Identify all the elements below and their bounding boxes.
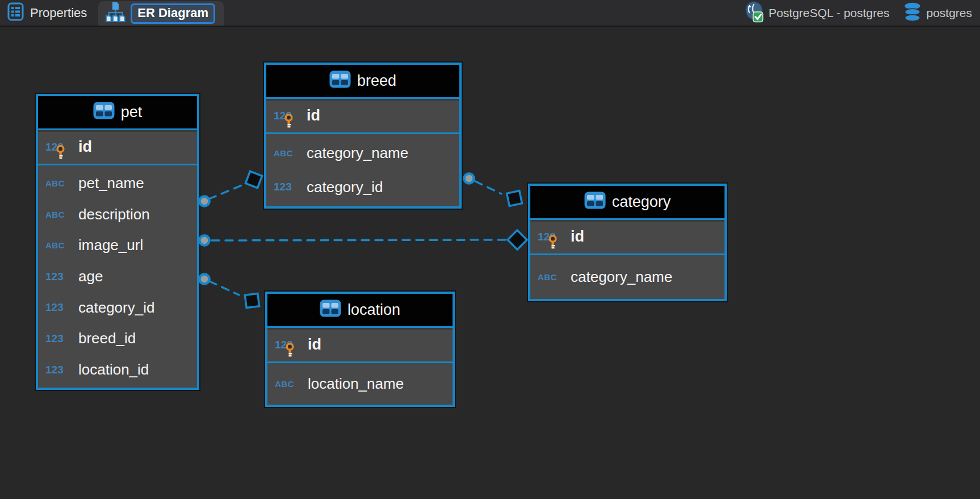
table-icon (329, 70, 351, 92)
column-list: ABC pet_name ABC description ABC image_u… (38, 165, 197, 388)
database-name[interactable]: postgres (926, 6, 972, 20)
table-category-header[interactable]: category (530, 186, 724, 220)
table-name: breed (357, 72, 396, 90)
table-name: location (347, 301, 400, 319)
column-name: image_url (78, 236, 143, 254)
column-row-pk[interactable]: 123 id (530, 220, 724, 255)
table-name: category (612, 193, 671, 211)
primary-key-icon (548, 235, 558, 250)
column-row[interactable]: ABC pet_name (38, 168, 197, 199)
text-type-icon: ABC (275, 379, 301, 389)
table-pet[interactable]: pet 123 id ABC pet_name ABC description … (36, 94, 199, 390)
column-list: ABC category_name 123 category_id (266, 134, 459, 206)
column-name: id (308, 336, 321, 354)
numeric-type-icon: 123 (45, 271, 72, 283)
database-icon[interactable] (904, 2, 921, 24)
table-category[interactable]: category 123 id ABC category_name (528, 184, 727, 301)
column-row-pk[interactable]: 123 id (38, 130, 197, 165)
column-name: pet_name (78, 174, 144, 192)
column-name: category_name (307, 144, 408, 162)
column-row-pk[interactable]: 123 id (267, 328, 453, 363)
numeric-type-icon: 123 (45, 332, 72, 345)
table-pet-header[interactable]: pet (38, 96, 197, 130)
column-name: breed_id (78, 330, 136, 347)
column-row[interactable]: 123 location_id (38, 354, 197, 385)
column-name: location_id (78, 361, 149, 379)
column-row[interactable]: 123 category_id (38, 292, 197, 323)
column-row[interactable]: ABC category_name (266, 136, 459, 171)
column-row-pk[interactable]: 123 id (266, 99, 459, 134)
text-type-icon: ABC (274, 148, 300, 158)
er-diagram-icon (106, 2, 125, 25)
column-name: category_id (307, 178, 383, 196)
text-type-icon: ABC (45, 240, 72, 250)
column-row[interactable]: 123 breed_id (38, 323, 197, 355)
column-row[interactable]: ABC image_url (38, 230, 197, 261)
column-name: age (78, 268, 103, 285)
properties-icon (7, 2, 24, 23)
table-breed-header[interactable]: breed (266, 65, 459, 99)
column-name: id (307, 107, 320, 124)
postgresql-icon[interactable] (744, 1, 764, 25)
primary-key-icon (56, 145, 65, 160)
column-list: ABC location_name (267, 363, 453, 405)
tab-properties[interactable]: Properties (0, 0, 98, 26)
column-row[interactable]: ABC description (38, 199, 197, 230)
column-row[interactable]: ABC location_name (267, 365, 453, 402)
column-name: category_id (78, 299, 154, 317)
text-type-icon: ABC (45, 210, 72, 219)
primary-key-icon (284, 114, 294, 128)
connection-name[interactable]: PostgreSQL - postgres (769, 6, 890, 20)
tab-er-diagram-label: ER Diagram (131, 3, 215, 24)
table-breed[interactable]: breed 123 id ABC category_name 123 categ… (264, 63, 462, 209)
numeric-type-icon: 123 (274, 181, 300, 193)
table-location-header[interactable]: location (267, 294, 453, 328)
tab-properties-label: Properties (30, 6, 87, 20)
column-row[interactable]: ABC category_name (530, 257, 724, 297)
text-type-icon: ABC (538, 272, 564, 282)
column-row[interactable]: 123 age (38, 261, 197, 292)
table-icon (93, 102, 115, 123)
table-icon (584, 192, 606, 213)
primary-key-icon (285, 343, 295, 357)
column-list: ABC category_name (530, 255, 724, 299)
connection-info: PostgreSQL - postgres postgres (744, 1, 980, 25)
column-name: id (78, 138, 92, 156)
column-name: description (78, 206, 150, 223)
column-name: category_name (571, 268, 672, 286)
numeric-type-icon: 123 (45, 301, 72, 314)
table-location[interactable]: location 123 id ABC location_name (265, 292, 455, 407)
editor-tab-bar: Properties ER Diagram PostgreSQL - postg (0, 0, 980, 27)
table-name: pet (121, 103, 143, 121)
text-type-icon: ABC (45, 178, 72, 188)
numeric-type-icon: 123 (45, 364, 72, 376)
column-name: id (571, 228, 584, 246)
column-name: location_name (308, 375, 404, 393)
table-icon (320, 300, 341, 321)
column-row[interactable]: 123 category_id (266, 171, 459, 205)
tab-er-diagram[interactable]: ER Diagram (98, 1, 224, 26)
